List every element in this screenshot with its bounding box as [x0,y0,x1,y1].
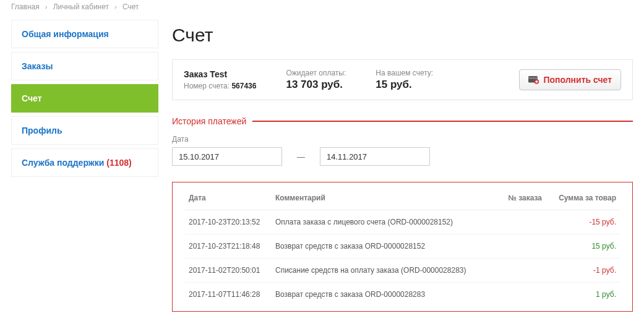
balance-value: 15 руб. [376,79,433,91]
breadcrumb-account: Счет [122,2,139,11]
th-comment: Комментарий [272,182,478,210]
table-row: 2017-10-23T20:13:52Оплата заказа с лицев… [185,210,620,234]
topup-button[interactable]: Пополнить счет [519,69,621,90]
history-table: Дата Комментарий № заказа Сумма за товар… [185,182,620,306]
history-heading: История платежей [172,116,633,126]
sidebar-item-label: Служба поддержки [22,158,104,168]
summary-balance: На вашем счету: 15 руб. [376,69,433,91]
cell-comment: Оплата заказа с лицевого счета (ORD-0000… [272,210,478,234]
cell-date: 2017-11-02T20:50:01 [185,259,272,283]
table-row: 2017-11-07T11:46:28Возврат средств с зак… [185,283,620,307]
sidebar: Общая информация Заказы Счет Профиль Слу… [11,20,158,181]
sidebar-item-label: Счет [22,93,42,103]
breadcrumb-cabinet[interactable]: Личный кабинет [53,2,109,11]
account-number: Номер счета: 567436 [184,82,256,90]
th-order: № заказа [478,182,546,210]
date-to-input[interactable] [320,147,430,166]
page-title: Счет [172,25,633,46]
summary-order: Заказ Test Номер счета: 567436 [184,69,256,90]
cell-date: 2017-10-23T21:18:48 [185,234,272,259]
pending-label: Ожидает оплаты: [286,69,346,77]
cell-sum: -15 руб. [546,210,620,234]
balance-label: На вашем счету: [376,69,433,77]
chevron-right-icon: › [45,4,47,11]
sidebar-item-profile[interactable]: Профиль [11,116,158,145]
account-summary: Заказ Test Номер счета: 567436 Ожидает о… [172,59,633,100]
date-label: Дата [172,135,633,143]
pending-value: 13 703 руб. [286,79,346,91]
cell-comment: Возврат средств с заказа ORD-0000028152 [272,234,478,259]
sidebar-item-label: Профиль [22,126,62,135]
history-table-container: Дата Комментарий № заказа Сумма за товар… [172,182,633,312]
date-filter: Дата — [172,135,633,166]
card-plus-icon [528,75,539,84]
date-range-dash: — [297,152,305,161]
main-content: Счет Заказ Test Номер счета: 567436 Ожид… [172,20,633,312]
topup-label: Пополнить счет [543,75,612,85]
table-row: 2017-11-02T20:50:01Списание средств на о… [185,259,620,283]
chevron-right-icon: › [114,4,116,11]
summary-action: Пополнить счет [519,69,621,90]
order-name: Заказ Test [184,69,256,79]
sidebar-item-label: Общая информация [22,29,109,39]
cell-comment: Возврат средств с заказа ORD-0000028283 [272,283,478,307]
breadcrumb-home[interactable]: Главная [11,2,40,11]
table-row: 2017-10-23T21:18:48Возврат средств с зак… [185,234,620,259]
divider-line [252,121,633,122]
history-title-text: История платежей [172,116,246,126]
cell-order [478,234,546,259]
support-count: (1108) [106,158,131,168]
cell-order [478,210,546,234]
date-from-input[interactable] [172,147,282,166]
cell-comment: Списание средств на оплату заказа (ORD-0… [272,259,478,283]
cell-sum: 1 руб. [546,283,620,307]
th-date: Дата [185,182,272,210]
cell-order [478,259,546,283]
cell-date: 2017-10-23T20:13:52 [185,210,272,234]
svg-rect-1 [528,77,538,79]
sidebar-item-label: Заказы [22,61,53,71]
th-sum: Сумма за товар [546,182,620,210]
cell-order [478,283,546,307]
sidebar-item-info[interactable]: Общая информация [11,20,158,48]
svg-rect-4 [536,81,539,82]
summary-pending: Ожидает оплаты: 13 703 руб. [286,69,346,91]
sidebar-item-orders[interactable]: Заказы [11,52,158,80]
cell-sum: -1 руб. [546,259,620,283]
cell-date: 2017-11-07T11:46:28 [185,283,272,307]
breadcrumb: Главная › Личный кабинет › Счет [11,0,633,20]
cell-sum: 15 руб. [546,234,620,259]
sidebar-item-account[interactable]: Счет [11,84,158,113]
sidebar-item-support[interactable]: Служба поддержки (1108) [11,148,158,177]
